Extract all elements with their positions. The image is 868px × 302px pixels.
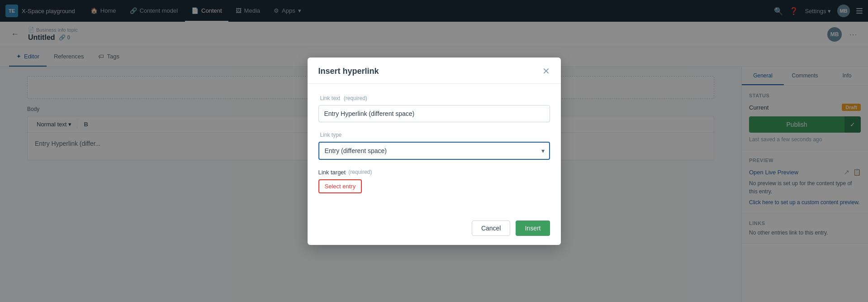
modal-body: Link text (required) Link type URL Entry…	[308, 84, 561, 213]
link-type-group: Link type URL Entry Asset Entry (differe…	[318, 131, 550, 160]
modal-close-button[interactable]: ✕	[542, 67, 550, 76]
modal-title: Insert hyperlink	[318, 67, 379, 76]
insert-button[interactable]: Insert	[516, 221, 550, 236]
link-type-label: Link type	[318, 131, 550, 138]
select-entry-button[interactable]: Select entry	[318, 179, 362, 193]
link-text-label: Link text (required)	[318, 95, 550, 101]
insert-hyperlink-modal: Insert hyperlink ✕ Link text (required) …	[308, 58, 561, 245]
link-target-group: Link target (required) Select entry	[318, 169, 550, 193]
cancel-button[interactable]: Cancel	[472, 221, 511, 236]
link-type-select[interactable]: URL Entry Asset Entry (different space) …	[318, 142, 550, 160]
modal-footer: Cancel Insert	[308, 213, 561, 245]
modal-overlay: Insert hyperlink ✕ Link text (required) …	[0, 0, 868, 302]
link-text-group: Link text (required)	[318, 95, 550, 122]
link-target-label: Link target (required)	[318, 169, 550, 176]
link-text-input[interactable]	[318, 105, 550, 122]
modal-header: Insert hyperlink ✕	[308, 58, 561, 84]
link-type-select-wrapper: URL Entry Asset Entry (different space) …	[318, 142, 550, 160]
